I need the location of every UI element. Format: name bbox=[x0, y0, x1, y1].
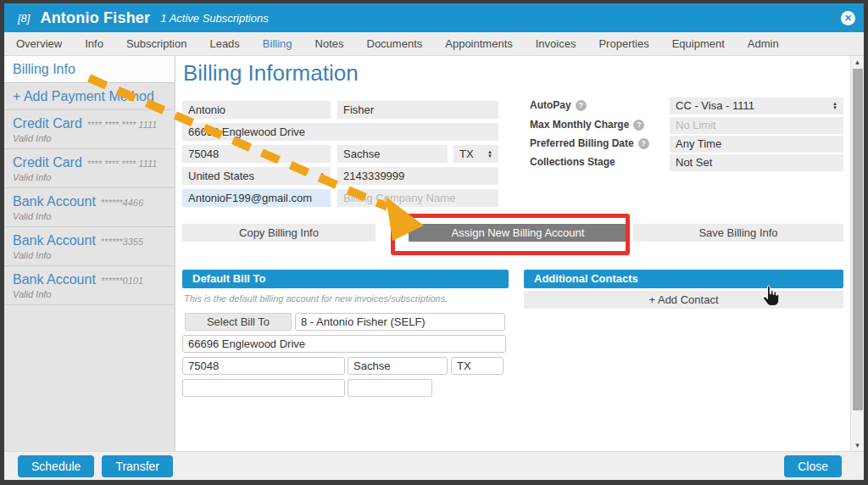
payment-method-bank-account-2[interactable]: Bank Account******3355 Valid Info bbox=[4, 227, 175, 266]
tab-invoices[interactable]: Invoices bbox=[536, 37, 576, 50]
collections-stage-label: Collections Stage bbox=[530, 156, 615, 168]
scroll-down-icon[interactable]: ▼ bbox=[854, 439, 861, 451]
autopay-select[interactable]: CC - Visa - 1111 ▲▼ bbox=[670, 98, 843, 114]
payment-method-bank-account-3[interactable]: Bank Account******0101 Valid Info bbox=[4, 266, 175, 305]
tab-bar: Overview Info Subscription Leads Billing… bbox=[4, 32, 864, 56]
payment-sidebar: Billing Info + Add Payment Method Credit… bbox=[4, 56, 175, 451]
close-icon[interactable]: ✕ bbox=[841, 11, 855, 25]
save-billing-info-button[interactable]: Save Billing Info bbox=[633, 224, 843, 242]
payment-method-credit-card-1[interactable]: Credit Card**** **** **** 1111 Valid Inf… bbox=[4, 110, 175, 149]
billing-modal: [8] Antonio Fisher 1 Active Subscription… bbox=[0, 0, 868, 485]
max-monthly-charge-field[interactable]: No Limit bbox=[670, 117, 843, 134]
default-bill-to-description: This is the default billing account for … bbox=[184, 293, 448, 304]
payment-type: Bank Account bbox=[13, 272, 96, 287]
state-value: TX bbox=[459, 145, 474, 163]
company-name-field[interactable] bbox=[337, 189, 498, 207]
tab-notes[interactable]: Notes bbox=[315, 37, 344, 50]
contact-name: Antonio Fisher bbox=[40, 9, 150, 27]
billing-content: Billing Information TX ▲▼ United States … bbox=[175, 56, 850, 451]
payment-type: Credit Card bbox=[13, 155, 82, 170]
payment-method-bank-account-1[interactable]: Bank Account******4466 Valid Info bbox=[4, 188, 175, 227]
payment-type: Credit Card bbox=[13, 116, 82, 131]
select-arrows-icon: ▲▼ bbox=[832, 102, 837, 110]
tab-subscription[interactable]: Subscription bbox=[126, 37, 187, 50]
collections-stage-field[interactable]: Not Set bbox=[670, 154, 843, 171]
payment-status: Valid Info bbox=[13, 172, 166, 182]
tab-leads[interactable]: Leads bbox=[209, 37, 239, 50]
bill-to-state-field[interactable] bbox=[451, 357, 504, 375]
phone-field[interactable] bbox=[337, 167, 498, 185]
billing-info-label: Billing Info bbox=[13, 62, 75, 76]
add-contact-button[interactable]: + Add Contact bbox=[524, 291, 843, 309]
autopay-label: AutoPay ? bbox=[530, 99, 587, 111]
tab-documents[interactable]: Documents bbox=[367, 37, 423, 50]
add-payment-label: + Add Payment Method bbox=[13, 89, 154, 103]
bill-to-extra-field-1[interactable] bbox=[182, 379, 345, 397]
select-bill-to-button[interactable]: Select Bill To bbox=[185, 313, 292, 331]
bill-to-address-field[interactable] bbox=[182, 335, 506, 353]
tab-properties[interactable]: Properties bbox=[598, 37, 648, 50]
bill-to-zip-field[interactable] bbox=[182, 357, 345, 375]
scroll-up-icon[interactable]: ▲ bbox=[854, 56, 861, 68]
help-icon[interactable]: ? bbox=[576, 100, 587, 111]
schedule-button[interactable]: Schedule bbox=[18, 455, 94, 477]
select-arrows-icon: ▲▼ bbox=[320, 172, 325, 181]
additional-contacts-header: Additional Contacts bbox=[524, 270, 843, 288]
bill-to-account-field[interactable] bbox=[295, 313, 505, 331]
state-select[interactable]: TX ▲▼ bbox=[453, 145, 498, 163]
subscription-count: 1 Active Subscriptions bbox=[160, 12, 268, 25]
payment-status: Valid Info bbox=[13, 289, 166, 299]
masked-number: **** **** **** 1111 bbox=[87, 159, 158, 169]
payment-type: Bank Account bbox=[13, 233, 96, 248]
masked-number: ******3355 bbox=[101, 237, 143, 247]
page-title: Billing Information bbox=[183, 60, 359, 86]
help-icon[interactable]: ? bbox=[638, 138, 649, 149]
payment-status: Valid Info bbox=[13, 250, 166, 260]
modal-titlebar: [8] Antonio Fisher 1 Active Subscription… bbox=[4, 3, 864, 32]
payment-status: Valid Info bbox=[13, 211, 166, 221]
default-bill-to-header: Default Bill To bbox=[182, 270, 509, 288]
add-payment-method-button[interactable]: + Add Payment Method bbox=[4, 83, 175, 110]
preferred-billing-date-field[interactable]: Any Time bbox=[670, 136, 843, 153]
preferred-billing-date-label: Preferred Billing Date ? bbox=[530, 137, 649, 149]
sidebar-item-billing-info[interactable]: Billing Info bbox=[4, 56, 175, 83]
masked-number: ******4466 bbox=[101, 198, 143, 208]
scrollbar-track[interactable] bbox=[851, 68, 864, 439]
masked-number: **** **** **** 1111 bbox=[87, 120, 158, 130]
bill-to-city-field[interactable] bbox=[348, 357, 448, 375]
copy-billing-info-button[interactable]: Copy Billing Info bbox=[182, 224, 376, 242]
help-icon[interactable]: ? bbox=[633, 120, 644, 131]
record-id: [8] bbox=[18, 12, 30, 25]
autopay-value: CC - Visa - 1111 bbox=[676, 98, 754, 114]
country-select[interactable]: United States ▲▼ bbox=[182, 167, 331, 185]
scrollbar-thumb[interactable] bbox=[853, 69, 863, 410]
vertical-scrollbar: ▲ ▼ bbox=[850, 56, 864, 451]
tab-equipment[interactable]: Equipment bbox=[672, 37, 725, 50]
country-value: United States bbox=[188, 167, 254, 185]
close-button[interactable]: Close bbox=[784, 455, 842, 477]
zip-field[interactable] bbox=[182, 145, 331, 163]
tab-info[interactable]: Info bbox=[85, 37, 103, 50]
masked-number: ******0101 bbox=[101, 276, 143, 286]
payment-method-credit-card-2[interactable]: Credit Card**** **** **** 1111 Valid Inf… bbox=[4, 149, 175, 188]
first-name-field[interactable] bbox=[182, 101, 331, 119]
modal-footer: Schedule Transfer Close bbox=[4, 451, 864, 480]
bill-to-extra-field-2[interactable] bbox=[348, 379, 432, 397]
email-field[interactable] bbox=[182, 189, 331, 207]
payment-type: Bank Account bbox=[13, 194, 96, 209]
tab-overview[interactable]: Overview bbox=[16, 37, 62, 50]
max-monthly-charge-label: Max Monthly Charge ? bbox=[530, 119, 644, 131]
select-arrows-icon: ▲▼ bbox=[487, 150, 492, 159]
city-field[interactable] bbox=[337, 145, 448, 163]
address-field[interactable] bbox=[182, 123, 498, 141]
tab-admin[interactable]: Admin bbox=[748, 37, 779, 50]
tab-billing[interactable]: Billing bbox=[263, 37, 292, 50]
payment-status: Valid Info bbox=[13, 133, 166, 143]
transfer-button[interactable]: Transfer bbox=[102, 455, 173, 477]
assign-new-billing-account-button[interactable]: Assign New Billing Account bbox=[409, 224, 627, 242]
tab-appointments[interactable]: Appointments bbox=[445, 37, 513, 50]
last-name-field[interactable] bbox=[337, 101, 498, 119]
